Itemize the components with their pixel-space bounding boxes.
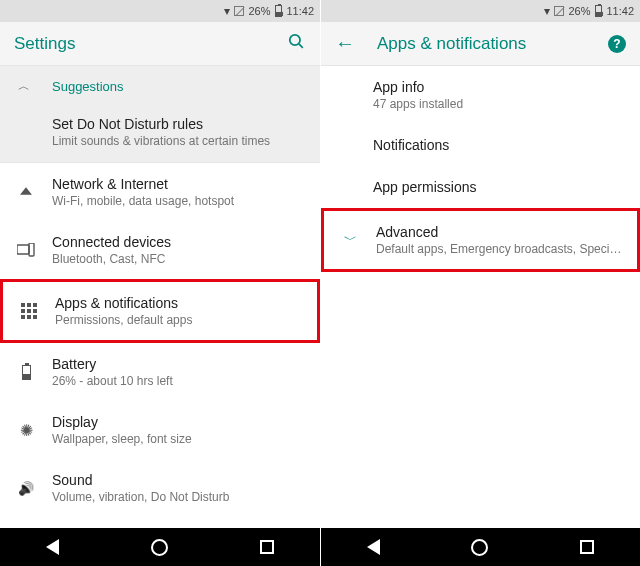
wifi-icon: ▾ bbox=[224, 4, 230, 18]
apps-icon bbox=[17, 303, 41, 319]
row-title: Display bbox=[52, 414, 306, 430]
wifi-icon: ▾ bbox=[544, 4, 550, 18]
row-network[interactable]: Network & Internet Wi-Fi, mobile, data u… bbox=[0, 163, 320, 221]
status-bar: ▾ 26% 11:42 bbox=[321, 0, 640, 22]
apps-notifications-list: App info 47 apps installed Notifications… bbox=[321, 66, 640, 528]
nav-home-button[interactable] bbox=[151, 539, 168, 556]
sound-icon bbox=[14, 479, 38, 497]
row-sub: Permissions, default apps bbox=[55, 313, 303, 327]
row-title: Notifications bbox=[373, 137, 626, 153]
suggestions-label: Suggestions bbox=[52, 79, 124, 94]
row-sub: Volume, vibration, Do Not Disturb bbox=[52, 490, 306, 504]
row-notifications[interactable]: Notifications bbox=[321, 124, 640, 166]
settings-list: ︿ Suggestions Set Do Not Disturb rules L… bbox=[0, 66, 320, 528]
chevron-up-icon: ︿ bbox=[18, 78, 38, 95]
svg-line-1 bbox=[299, 44, 303, 48]
suggestions-header[interactable]: ︿ Suggestions bbox=[0, 66, 320, 106]
row-battery[interactable]: Battery 26% - about 10 hrs left bbox=[0, 343, 320, 401]
row-sub: 26% - about 10 hrs left bbox=[52, 374, 306, 388]
row-display[interactable]: Display Wallpaper, sleep, font size bbox=[0, 401, 320, 459]
battery-icon bbox=[14, 365, 38, 380]
row-app-permissions[interactable]: App permissions bbox=[321, 166, 640, 208]
nav-back-button[interactable] bbox=[367, 539, 380, 555]
row-sound[interactable]: Sound Volume, vibration, Do Not Disturb bbox=[0, 459, 320, 517]
devices-icon bbox=[14, 243, 38, 257]
row-title: Connected devices bbox=[52, 234, 306, 250]
battery-icon bbox=[595, 5, 602, 17]
no-sim-icon bbox=[554, 6, 564, 16]
row-app-info[interactable]: App info 47 apps installed bbox=[321, 66, 640, 124]
row-title: Battery bbox=[52, 356, 306, 372]
chevron-down-icon: ﹀ bbox=[338, 231, 362, 249]
row-title: App info bbox=[373, 79, 626, 95]
suggestion-sub: Limit sounds & vibrations at certain tim… bbox=[52, 134, 306, 148]
row-title: App permissions bbox=[373, 179, 626, 195]
battery-percent: 26% bbox=[568, 5, 590, 17]
phone-right: ▾ 26% 11:42 ← Apps & notifications ? App… bbox=[320, 0, 640, 566]
nav-back-button[interactable] bbox=[46, 539, 59, 555]
nav-bar bbox=[0, 528, 320, 566]
nav-recent-button[interactable] bbox=[260, 540, 274, 554]
clock: 11:42 bbox=[286, 5, 314, 17]
battery-percent: 26% bbox=[248, 5, 270, 17]
row-title: Network & Internet bbox=[52, 176, 306, 192]
svg-point-0 bbox=[290, 35, 300, 45]
app-bar: ← Apps & notifications ? bbox=[321, 22, 640, 66]
suggestion-dnd[interactable]: Set Do Not Disturb rules Limit sounds & … bbox=[0, 106, 320, 163]
help-icon[interactable]: ? bbox=[608, 35, 626, 53]
nav-recent-button[interactable] bbox=[580, 540, 594, 554]
search-icon[interactable] bbox=[287, 32, 306, 55]
row-sub: Wi-Fi, mobile, data usage, hotspot bbox=[52, 194, 306, 208]
row-sub: Bluetooth, Cast, NFC bbox=[52, 252, 306, 266]
svg-rect-3 bbox=[29, 243, 34, 256]
no-sim-icon bbox=[234, 6, 244, 16]
battery-icon bbox=[275, 5, 282, 17]
row-title: Apps & notifications bbox=[55, 295, 303, 311]
row-sub: Wallpaper, sleep, font size bbox=[52, 432, 306, 446]
app-bar: Settings bbox=[0, 22, 320, 66]
svg-rect-2 bbox=[17, 245, 29, 254]
nav-home-button[interactable] bbox=[471, 539, 488, 556]
row-apps-notifications[interactable]: Apps & notifications Permissions, defaul… bbox=[0, 279, 320, 343]
page-title: Apps & notifications bbox=[377, 34, 608, 54]
row-connected-devices[interactable]: Connected devices Bluetooth, Cast, NFC bbox=[0, 221, 320, 279]
wifi-icon bbox=[14, 183, 38, 201]
row-title: Advanced bbox=[376, 224, 623, 240]
brightness-icon bbox=[14, 421, 38, 440]
nav-bar bbox=[321, 528, 640, 566]
clock: 11:42 bbox=[606, 5, 634, 17]
phone-left: ▾ 26% 11:42 Settings ︿ Suggestions Set D… bbox=[0, 0, 320, 566]
row-sub: 47 apps installed bbox=[373, 97, 626, 111]
suggestion-title: Set Do Not Disturb rules bbox=[52, 116, 306, 132]
row-title: Sound bbox=[52, 472, 306, 488]
back-arrow-icon[interactable]: ← bbox=[335, 32, 355, 55]
row-sub: Default apps, Emergency broadcasts, Spec… bbox=[376, 242, 623, 256]
row-storage[interactable]: Storage 37% used - 10.04 GB free bbox=[0, 517, 320, 528]
status-bar: ▾ 26% 11:42 bbox=[0, 0, 320, 22]
row-advanced[interactable]: ﹀ Advanced Default apps, Emergency broad… bbox=[321, 208, 640, 272]
page-title: Settings bbox=[14, 34, 287, 54]
